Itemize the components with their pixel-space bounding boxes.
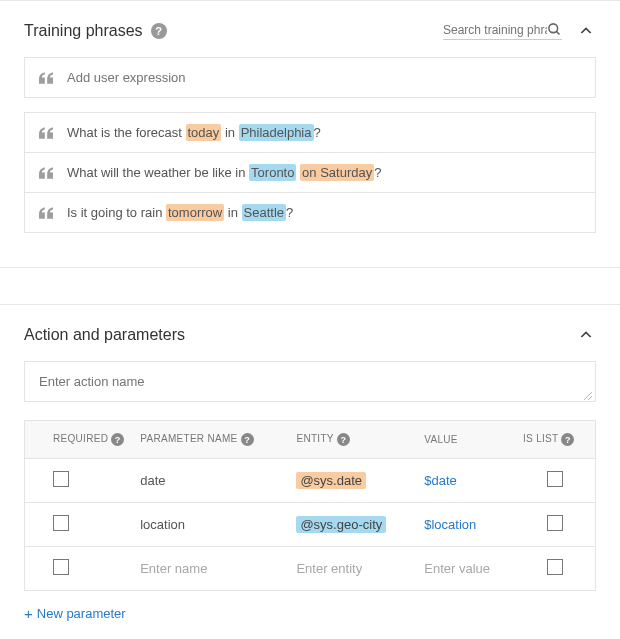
new-parameter-button[interactable]: + New parameter bbox=[22, 591, 128, 628]
training-phrase-row[interactable]: Is it going to rain tomorrow in Seattle? bbox=[25, 193, 595, 232]
param-entity-cell[interactable]: @sys.date bbox=[288, 459, 416, 503]
action-title: Action and parameters bbox=[24, 326, 185, 344]
params-table: REQUIRED? PARAMETER NAME? ENTITY? VALUE … bbox=[25, 421, 595, 590]
svg-line-1 bbox=[556, 31, 559, 34]
search-icon[interactable] bbox=[547, 22, 562, 37]
help-icon[interactable]: ? bbox=[337, 433, 350, 446]
quote-icon bbox=[39, 127, 53, 139]
action-name-input[interactable] bbox=[25, 362, 595, 401]
action-name-wrap bbox=[24, 361, 596, 402]
param-row: date@sys.date$date bbox=[25, 459, 595, 503]
training-title: Training phrases bbox=[24, 22, 143, 40]
training-phrase-text: What is the forecast today in Philadelph… bbox=[67, 125, 321, 140]
add-phrase-input[interactable] bbox=[67, 70, 581, 85]
quote-icon bbox=[39, 207, 53, 219]
quote-icon bbox=[39, 167, 53, 179]
training-phrase-row[interactable]: What is the forecast today in Philadelph… bbox=[25, 113, 595, 153]
action-parameters-section: Action and parameters REQUIRED? PARAMETE… bbox=[0, 304, 620, 639]
add-phrase-box bbox=[24, 57, 596, 98]
params-table-wrap: REQUIRED? PARAMETER NAME? ENTITY? VALUE … bbox=[24, 420, 596, 591]
action-header: Action and parameters bbox=[24, 325, 596, 345]
checkbox[interactable] bbox=[547, 515, 563, 531]
training-phrase-row[interactable]: What will the weather be like in Toronto… bbox=[25, 153, 595, 193]
svg-line-2 bbox=[584, 392, 592, 400]
param-name-placeholder[interactable]: Enter name bbox=[132, 547, 288, 591]
help-icon[interactable]: ? bbox=[151, 23, 167, 39]
collapse-action-button[interactable] bbox=[576, 325, 596, 345]
checkbox[interactable] bbox=[53, 559, 69, 575]
training-phrase-text: What will the weather be like in Toronto… bbox=[67, 165, 381, 180]
param-row: location@sys.geo-city$location bbox=[25, 503, 595, 547]
param-value-cell[interactable]: $date bbox=[416, 459, 515, 503]
param-empty-row: Enter nameEnter entityEnter value bbox=[25, 547, 595, 591]
search-training-input[interactable] bbox=[443, 23, 547, 37]
plus-icon: + bbox=[24, 605, 33, 622]
params-header-row: REQUIRED? PARAMETER NAME? ENTITY? VALUE … bbox=[25, 421, 595, 459]
add-phrase-row bbox=[25, 58, 595, 97]
col-islist: IS LIST? bbox=[515, 421, 595, 459]
param-name-cell[interactable]: location bbox=[132, 503, 288, 547]
param-name-cell[interactable]: date bbox=[132, 459, 288, 503]
param-entity-cell[interactable]: @sys.geo-city bbox=[288, 503, 416, 547]
svg-point-0 bbox=[549, 24, 558, 33]
training-phrase-text: Is it going to rain tomorrow in Seattle? bbox=[67, 205, 293, 220]
help-icon[interactable]: ? bbox=[241, 433, 254, 446]
quote-icon bbox=[39, 72, 53, 84]
help-icon[interactable]: ? bbox=[561, 433, 574, 446]
checkbox[interactable] bbox=[547, 471, 563, 487]
search-training-wrap bbox=[443, 22, 562, 40]
collapse-training-button[interactable] bbox=[576, 21, 596, 41]
col-entity: ENTITY? bbox=[288, 421, 416, 459]
param-entity-placeholder[interactable]: Enter entity bbox=[288, 547, 416, 591]
param-value-cell[interactable]: $location bbox=[416, 503, 515, 547]
training-phrases-section: Training phrases ? What is the forecast … bbox=[0, 0, 620, 268]
checkbox[interactable] bbox=[547, 559, 563, 575]
checkbox[interactable] bbox=[53, 515, 69, 531]
resize-handle-icon[interactable] bbox=[583, 389, 593, 399]
checkbox[interactable] bbox=[53, 471, 69, 487]
col-parameter-name: PARAMETER NAME? bbox=[132, 421, 288, 459]
help-icon[interactable]: ? bbox=[111, 433, 124, 446]
svg-line-3 bbox=[588, 396, 592, 400]
phrase-list: What is the forecast today in Philadelph… bbox=[24, 112, 596, 233]
col-required: REQUIRED? bbox=[25, 421, 132, 459]
col-value: VALUE bbox=[416, 421, 515, 459]
param-value-placeholder[interactable]: Enter value bbox=[416, 547, 515, 591]
training-header: Training phrases ? bbox=[24, 21, 596, 41]
new-parameter-label: New parameter bbox=[37, 606, 126, 621]
